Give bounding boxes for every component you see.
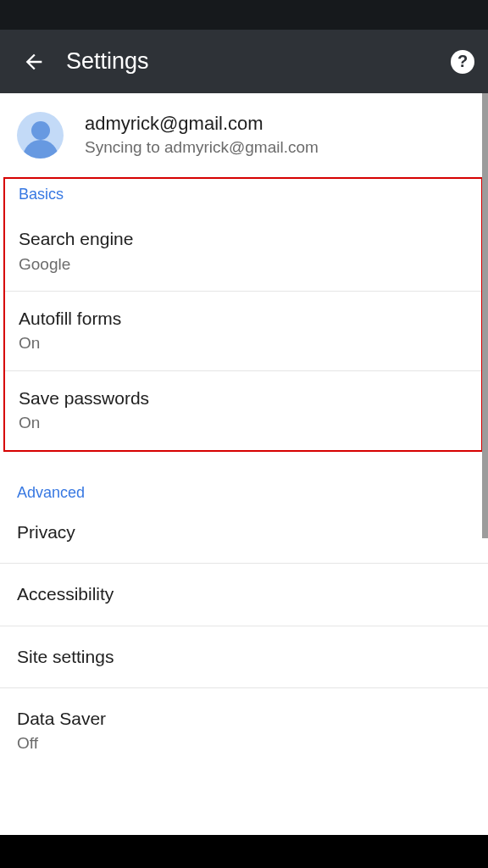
site-settings-item[interactable]: Site settings — [0, 626, 488, 687]
basics-section-highlight: Basics Search engine Google Autofill for… — [3, 177, 483, 452]
privacy-label: Privacy — [17, 520, 471, 544]
autofill-forms-value: On — [19, 332, 464, 355]
help-button[interactable]: ? — [451, 50, 474, 74]
data-saver-item[interactable]: Data Saver Off — [0, 687, 488, 774]
save-passwords-label: Save passwords — [19, 387, 464, 410]
accessibility-item[interactable]: Accessibility — [0, 563, 488, 625]
status-bar — [0, 0, 488, 30]
arrow-left-icon — [22, 50, 46, 74]
account-text: admyrick@gmail.com Syncing to admyrick@g… — [85, 112, 319, 159]
basics-header: Basics — [5, 179, 481, 212]
accessibility-label: Accessibility — [17, 582, 471, 606]
save-passwords-item[interactable]: Save passwords On — [5, 371, 481, 450]
navigation-bar — [0, 835, 488, 868]
search-engine-value: Google — [19, 253, 464, 276]
account-email: admyrick@gmail.com — [85, 112, 319, 136]
avatar — [17, 112, 64, 159]
site-settings-label: Site settings — [17, 645, 471, 669]
account-sync-status: Syncing to admyrick@gmail.com — [85, 136, 319, 159]
search-engine-item[interactable]: Search engine Google — [5, 212, 481, 292]
privacy-item[interactable]: Privacy — [0, 515, 488, 563]
data-saver-label: Data Saver — [17, 707, 471, 731]
advanced-section: Advanced Privacy Accessibility Site sett… — [0, 476, 488, 774]
save-passwords-value: On — [19, 412, 464, 435]
advanced-header: Advanced — [0, 476, 488, 515]
back-button[interactable] — [14, 42, 54, 82]
account-row[interactable]: admyrick@gmail.com Syncing to admyrick@g… — [0, 93, 488, 177]
app-bar: Settings ? — [0, 30, 488, 93]
settings-content: admyrick@gmail.com Syncing to admyrick@g… — [0, 93, 488, 835]
scrollbar[interactable] — [482, 93, 488, 538]
page-title: Settings — [66, 48, 451, 75]
search-engine-label: Search engine — [19, 227, 464, 251]
autofill-forms-label: Autofill forms — [19, 307, 464, 331]
help-icon: ? — [458, 52, 468, 71]
data-saver-value: Off — [17, 732, 471, 755]
autofill-forms-item[interactable]: Autofill forms On — [5, 292, 481, 371]
